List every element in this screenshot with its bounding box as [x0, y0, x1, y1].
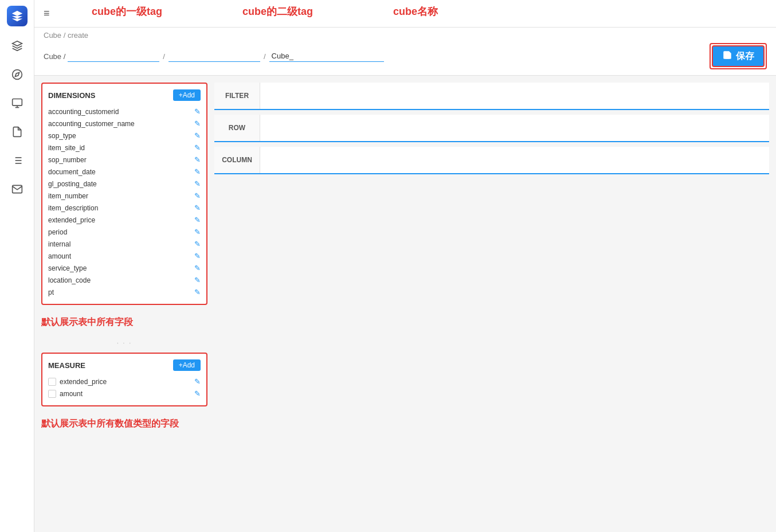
dimension-item: document_date ✎ — [48, 166, 201, 178]
dimension-name: item_number — [48, 192, 88, 200]
zone-label-column: COLUMN — [214, 147, 260, 173]
dimension-item: item_description ✎ — [48, 202, 201, 214]
measure-edit-icon[interactable]: ✎ — [194, 389, 201, 398]
dimension-edit-icon[interactable]: ✎ — [194, 240, 201, 248]
dimension-item: location_code ✎ — [48, 274, 201, 286]
svg-rect-2 — [12, 99, 22, 106]
annotation-bottom2: 默认展示表中所有数值类型的字段 — [41, 416, 207, 432]
dimensions-box: DIMENSIONS +Add accounting_customerid ✎ … — [41, 83, 207, 305]
dimension-name: service_type — [48, 264, 87, 272]
measure-checkbox[interactable] — [48, 378, 56, 386]
dimension-item: pt ✎ — [48, 286, 201, 298]
measure-item-left: amount — [48, 390, 83, 398]
measure-box: MEASURE +Add extended_price ✎ amount ✎ — [41, 353, 207, 406]
dimension-edit-icon[interactable]: ✎ — [194, 264, 201, 272]
dimension-item: item_number ✎ — [48, 190, 201, 202]
right-panel: FILTER ROW COLUMN — [214, 83, 769, 525]
dimension-item: sop_type ✎ — [48, 130, 201, 142]
dimension-edit-icon[interactable]: ✎ — [194, 191, 201, 200]
breadcrumb-inputs: Cube / / / — [44, 50, 384, 62]
dimension-edit-icon[interactable]: ✎ — [194, 107, 201, 116]
dimension-edit-icon[interactable]: ✎ — [194, 216, 201, 224]
zone-label-filter: FILTER — [214, 83, 260, 109]
dimension-edit-icon[interactable]: ✎ — [194, 276, 201, 284]
measure-item: extended_price ✎ — [48, 375, 201, 388]
dimension-name: internal — [48, 240, 70, 248]
breadcrumb-sep2: / — [264, 52, 266, 61]
dimension-edit-icon[interactable]: ✎ — [194, 288, 201, 296]
nav-list[interactable] — [8, 151, 26, 170]
drag-handle[interactable]: · · · — [41, 338, 207, 348]
dimension-edit-icon[interactable]: ✎ — [194, 252, 201, 260]
breadcrumb-sep1: / — [163, 52, 165, 61]
dimension-name: item_description — [48, 204, 98, 212]
nav-document[interactable] — [8, 123, 26, 141]
dimension-name: accounting_customer_name — [48, 120, 135, 128]
dimension-name: sop_number — [48, 156, 87, 164]
zone-column: COLUMN — [214, 147, 769, 174]
measure-item-left: extended_price — [48, 378, 107, 386]
nav-monitor[interactable] — [8, 94, 26, 112]
save-label: 保存 — [736, 50, 754, 62]
dimensions-title: DIMENSIONS — [48, 91, 95, 100]
dimension-edit-icon[interactable]: ✎ — [194, 228, 201, 236]
measure-list: extended_price ✎ amount ✎ — [48, 375, 201, 400]
dimensions-list: accounting_customerid ✎ accounting_custo… — [48, 105, 201, 298]
dimension-edit-icon[interactable]: ✎ — [194, 155, 201, 164]
measure-header: MEASURE +Add — [48, 359, 201, 371]
sidebar — [0, 0, 34, 532]
breadcrumb-input-name[interactable] — [269, 50, 384, 62]
measure-title: MEASURE — [48, 361, 85, 370]
zone-row: ROW — [214, 115, 769, 142]
breadcrumb-prefix: Cube / — [44, 52, 65, 61]
dimension-edit-icon[interactable]: ✎ — [194, 167, 201, 176]
dimension-item: gl_posting_date ✎ — [48, 178, 201, 190]
annotation-top2: cube的二级tag — [242, 5, 313, 18]
menu-icon[interactable]: ≡ — [44, 7, 50, 19]
dimension-item: amount ✎ — [48, 250, 201, 262]
breadcrumb-input-tag2[interactable] — [168, 50, 260, 62]
svg-point-0 — [12, 70, 22, 80]
dimension-item: extended_price ✎ — [48, 214, 201, 226]
measure-checkbox[interactable] — [48, 390, 56, 398]
dimension-edit-icon[interactable]: ✎ — [194, 179, 201, 188]
topbar-left: ≡ — [44, 7, 50, 19]
dimensions-header: DIMENSIONS +Add — [48, 89, 201, 101]
zone-label-row: ROW — [214, 115, 260, 141]
nav-compass[interactable] — [8, 65, 26, 84]
logo-icon — [11, 10, 23, 22]
dimension-item: sop_number ✎ — [48, 154, 201, 166]
breadcrumb-input-tag1[interactable] — [68, 50, 159, 62]
measure-edit-icon[interactable]: ✎ — [194, 377, 201, 386]
app-logo[interactable] — [7, 6, 28, 26]
breadcrumb-title: Cube / create — [44, 31, 767, 40]
dimension-item: accounting_customer_name ✎ — [48, 118, 201, 130]
dimension-edit-icon[interactable]: ✎ — [194, 131, 201, 140]
nav-cube[interactable] — [8, 37, 26, 55]
dimension-item: accounting_customerid ✎ — [48, 105, 201, 118]
dimension-item: item_site_id ✎ — [48, 142, 201, 154]
save-button[interactable]: 保存 — [712, 45, 765, 67]
dimension-edit-icon[interactable]: ✎ — [194, 204, 201, 212]
dimensions-add-button[interactable]: +Add — [173, 89, 201, 101]
save-btn-wrapper: 保存 — [710, 43, 767, 69]
dimension-name: amount — [48, 252, 71, 260]
annotation-top3: cube名称 — [393, 5, 438, 18]
dimension-edit-icon[interactable]: ✎ — [194, 119, 201, 128]
main-content: ≡ cube的一级tag cube的二级tag cube名称 Cube / cr… — [34, 0, 776, 532]
topbar: ≡ cube的一级tag cube的二级tag cube名称 — [34, 0, 776, 28]
zone-content-row[interactable] — [260, 115, 769, 141]
dimension-name: location_code — [48, 276, 91, 284]
dimension-name: sop_type — [48, 132, 76, 140]
left-panel: DIMENSIONS +Add accounting_customerid ✎ … — [41, 83, 207, 525]
dimension-name: document_date — [48, 168, 96, 176]
dimension-edit-icon[interactable]: ✎ — [194, 143, 201, 152]
nav-mail[interactable] — [8, 180, 26, 198]
dimension-item: service_type ✎ — [48, 262, 201, 274]
zone-content-filter[interactable] — [260, 83, 769, 109]
dimension-name: item_site_id — [48, 144, 85, 152]
measure-add-button[interactable]: +Add — [173, 359, 201, 371]
zone-filter: FILTER — [214, 83, 769, 110]
zone-content-column[interactable] — [260, 147, 769, 173]
annotation-bottom1: 默认展示表中所有字段 — [41, 314, 207, 331]
